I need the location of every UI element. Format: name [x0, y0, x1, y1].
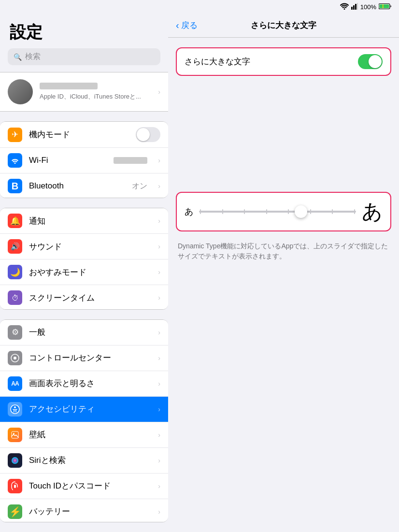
svg-point-8 — [14, 357, 16, 359]
back-label: 戻る — [181, 20, 198, 31]
airplane-icon: ✈ — [8, 128, 22, 142]
bluetooth-icon: B — [8, 179, 22, 193]
display-icon: AA — [8, 376, 22, 391]
svg-rect-1 — [353, 5, 355, 10]
donotdisturb-label: おやすみモード — [29, 267, 149, 278]
tick-2 — [222, 209, 223, 214]
sidebar-item-wallpaper[interactable]: 壁紙 › — [0, 422, 168, 448]
sounds-icon: 🔊 — [8, 239, 22, 254]
accessibility-chevron: › — [158, 405, 160, 413]
airplane-toggle[interactable] — [136, 127, 160, 142]
sidebar-item-touchid[interactable]: Touch IDとパスコード › — [0, 474, 168, 499]
signal-icon — [351, 3, 358, 11]
tick-7 — [332, 209, 333, 214]
battery-icon — [379, 3, 392, 11]
svg-point-12 — [12, 457, 18, 464]
right-content: さらに大きな文字 あ — [168, 38, 399, 271]
account-description: Apple ID、iCloud、iTunes Storeと... — [40, 92, 149, 101]
account-name-blur — [40, 83, 98, 89]
svg-rect-5 — [380, 4, 389, 8]
airplane-label: 機内モード — [29, 129, 129, 140]
slider-large-label: あ — [362, 201, 383, 222]
screentime-label: スクリーンタイム — [29, 292, 149, 303]
sidebar-item-notifications[interactable]: 🔔 通知 › — [0, 208, 168, 234]
bluetooth-label: Bluetooth — [29, 181, 125, 191]
controlcenter-chevron: › — [158, 354, 160, 362]
wifi-value — [114, 157, 147, 164]
screentime-icon: ⏱ — [8, 290, 22, 305]
back-chevron-icon: ‹ — [176, 20, 179, 31]
bluetooth-chevron: › — [158, 182, 160, 190]
wifi-icon — [340, 3, 349, 11]
battery-settings-icon: ⚡ — [8, 504, 22, 519]
sidebar-item-bluetooth[interactable]: B Bluetooth オン › — [0, 173, 168, 198]
general-chevron: › — [158, 329, 160, 336]
display-label: 画面表示と明るさ — [29, 378, 149, 389]
tick-8 — [354, 209, 355, 214]
status-icons: 100% — [340, 3, 392, 11]
account-info: Apple ID、iCloud、iTunes Storeと... — [40, 83, 149, 101]
account-row[interactable]: Apple ID、iCloud、iTunes Storeと... › — [0, 72, 168, 112]
notifications-label: 通知 — [29, 216, 149, 227]
notifications-icon: 🔔 — [8, 214, 22, 228]
sidebar-item-accessibility[interactable]: アクセシビリティ › — [0, 397, 168, 422]
sidebar-item-screentime[interactable]: ⏱ スクリーンタイム › — [0, 285, 168, 310]
general-label: 一般 — [29, 327, 149, 338]
touchid-chevron: › — [158, 482, 160, 490]
slider-small-label: あ — [185, 206, 193, 217]
account-chevron: › — [158, 88, 160, 96]
sounds-label: サウンド — [29, 241, 149, 252]
large-text-label: さらに大きな文字 — [185, 56, 250, 67]
wifi-settings-icon — [8, 153, 22, 168]
sidebar-item-display[interactable]: AA 画面表示と明るさ › — [0, 371, 168, 397]
main-layout: 設定 🔍 検索 Apple ID、iCloud、iTunes Storeと...… — [0, 14, 399, 532]
sidebar-item-siri[interactable]: Siriと検索 › — [0, 448, 168, 474]
sidebar-item-general[interactable]: ⚙ 一般 › — [0, 320, 168, 345]
tick-1 — [200, 209, 201, 214]
bluetooth-value: オン — [132, 181, 147, 191]
slider-thumb[interactable] — [295, 205, 307, 218]
svg-rect-3 — [357, 3, 358, 10]
tick-3 — [244, 209, 245, 214]
spacer — [176, 86, 391, 182]
svg-point-10 — [14, 406, 16, 408]
battery-label: バッテリー — [29, 506, 149, 517]
sidebar-item-controlcenter[interactable]: コントロールセンター › — [0, 345, 168, 371]
font-size-slider-section: あ — [176, 192, 391, 231]
tick-6 — [310, 209, 311, 214]
display-chevron: › — [158, 380, 160, 388]
sidebar-item-sounds[interactable]: 🔊 サウンド › — [0, 234, 168, 259]
svg-point-9 — [11, 405, 19, 414]
slider-track — [199, 211, 356, 213]
large-text-toggle-row: さらに大きな文字 — [176, 47, 391, 76]
right-panel-title: さらに大きな文字 — [251, 20, 316, 31]
wifi-label: Wi-Fi — [29, 156, 107, 165]
sidebar-item-donotdisturb[interactable]: 🌙 おやすみモード › — [0, 259, 168, 285]
large-text-toggle[interactable] — [358, 54, 383, 69]
accessibility-label: アクセシビリティ — [29, 403, 149, 415]
right-header: ‹ 戻る さらに大きな文字 — [168, 14, 399, 38]
apps-section: 🔔 通知 › 🔊 サウンド › 🌙 おやすみモード › ⏱ スクリーンタイム › — [0, 208, 168, 310]
sidebar-item-wifi[interactable]: Wi-Fi › — [0, 148, 168, 173]
wifi-chevron: › — [158, 157, 160, 164]
sidebar-item-battery[interactable]: ⚡ バッテリー › — [0, 499, 168, 522]
wallpaper-chevron: › — [158, 431, 160, 439]
notifications-chevron: › — [158, 217, 160, 225]
donotdisturb-chevron: › — [158, 268, 160, 276]
avatar — [8, 79, 33, 104]
status-bar: 100% — [0, 0, 399, 14]
donotdisturb-icon: 🌙 — [8, 265, 22, 279]
svg-rect-2 — [355, 4, 356, 10]
siri-icon — [8, 453, 22, 468]
siri-chevron: › — [158, 457, 160, 464]
sidebar: 設定 🔍 検索 Apple ID、iCloud、iTunes Storeと...… — [0, 14, 168, 532]
controlcenter-icon — [8, 351, 22, 365]
svg-rect-0 — [351, 7, 353, 10]
accessibility-icon — [8, 402, 22, 417]
back-button[interactable]: ‹ 戻る — [176, 20, 198, 31]
search-bar[interactable]: 🔍 検索 — [8, 48, 160, 65]
sidebar-item-airplane[interactable]: ✈ 機内モード — [0, 122, 168, 148]
sidebar-title: 設定 — [0, 14, 168, 48]
wallpaper-icon — [8, 428, 22, 442]
slider-container[interactable] — [199, 203, 356, 220]
